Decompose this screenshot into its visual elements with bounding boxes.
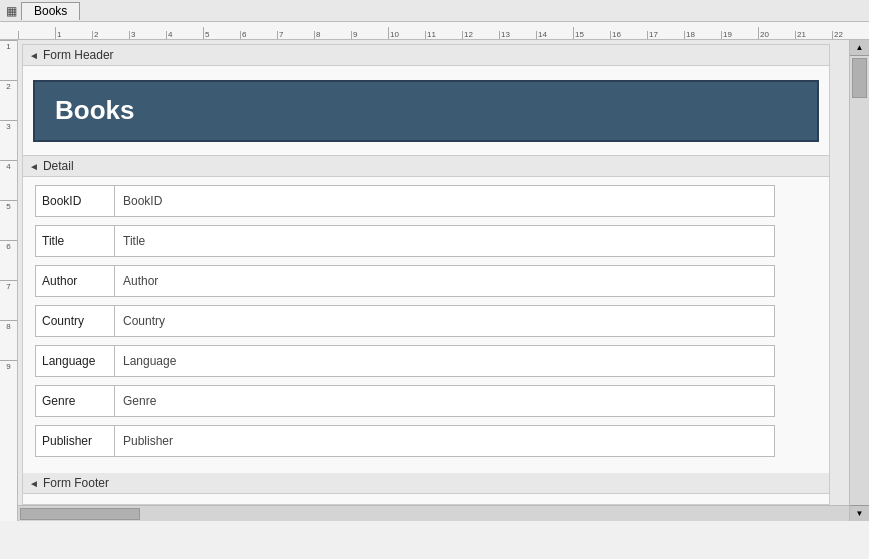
books-tab[interactable]: Books bbox=[21, 2, 80, 20]
v-ruler-tick: 3 bbox=[0, 120, 17, 160]
ruler-tick: 13 bbox=[499, 31, 536, 39]
field-label-language: Language bbox=[35, 345, 115, 377]
form-title-box: Books bbox=[33, 80, 819, 142]
h-ruler: 1 2 3 4 5 6 7 8 9 10 11 12 13 14 15 16 1… bbox=[0, 22, 869, 40]
ruler-tick: 11 bbox=[425, 31, 462, 39]
field-input-author[interactable]: Author bbox=[115, 265, 775, 297]
h-scrollbar[interactable] bbox=[18, 505, 849, 521]
field-label-country: Country bbox=[35, 305, 115, 337]
v-ruler-tick: 6 bbox=[0, 240, 17, 280]
detail-content: BookIDBookIDTitleTitleAuthorAuthorCountr… bbox=[23, 177, 829, 473]
ruler-tick: 2 bbox=[92, 31, 129, 39]
ruler-tick: 14 bbox=[536, 31, 573, 39]
ruler-tick: 22 bbox=[832, 31, 869, 39]
form-footer-label: Form Footer bbox=[43, 476, 109, 490]
v-ruler-tick: 9 bbox=[0, 360, 17, 400]
ruler-tick: 16 bbox=[610, 31, 647, 39]
form-header-content: Books bbox=[23, 66, 829, 156]
ruler-tick: 18 bbox=[684, 31, 721, 39]
ruler-tick: 21 bbox=[795, 31, 832, 39]
main-area: 1 2 3 4 5 6 7 8 9 ◄ Form Header Books ◄ … bbox=[0, 40, 869, 521]
v-ruler: 1 2 3 4 5 6 7 8 9 bbox=[0, 40, 18, 521]
field-row: AuthorAuthor bbox=[35, 265, 817, 297]
v-ruler-tick: 1 bbox=[0, 40, 17, 80]
v-ruler-tick: 7 bbox=[0, 280, 17, 320]
form-header-section-bar: ◄ Form Header bbox=[23, 45, 829, 66]
field-input-title[interactable]: Title bbox=[115, 225, 775, 257]
form-footer-arrow-icon: ◄ bbox=[29, 478, 39, 489]
ruler-tick: 7 bbox=[277, 31, 314, 39]
v-scrollbar[interactable]: ▲ ▼ bbox=[849, 40, 869, 521]
field-row: LanguageLanguage bbox=[35, 345, 817, 377]
ruler-tick: 12 bbox=[462, 31, 499, 39]
detail-label: Detail bbox=[43, 159, 74, 173]
ruler-tick: 9 bbox=[351, 31, 388, 39]
field-input-bookid[interactable]: BookID bbox=[115, 185, 775, 217]
v-ruler-tick: 8 bbox=[0, 320, 17, 360]
ruler-tick: 5 bbox=[203, 27, 240, 39]
field-label-publisher: Publisher bbox=[35, 425, 115, 457]
scrollbar-up-button[interactable]: ▲ bbox=[850, 40, 869, 56]
field-label-genre: Genre bbox=[35, 385, 115, 417]
ruler-tick: 19 bbox=[721, 31, 758, 39]
field-row: PublisherPublisher bbox=[35, 425, 817, 457]
field-row: GenreGenre bbox=[35, 385, 817, 417]
field-row: CountryCountry bbox=[35, 305, 817, 337]
field-label-bookid: BookID bbox=[35, 185, 115, 217]
v-ruler-tick: 5 bbox=[0, 200, 17, 240]
fields-container: BookIDBookIDTitleTitleAuthorAuthorCountr… bbox=[35, 185, 817, 457]
scrollbar-track bbox=[850, 56, 869, 505]
field-row: TitleTitle bbox=[35, 225, 817, 257]
title-bar: ▦ Books bbox=[0, 0, 869, 22]
field-label-title: Title bbox=[35, 225, 115, 257]
detail-arrow-icon: ◄ bbox=[29, 161, 39, 172]
field-input-language[interactable]: Language bbox=[115, 345, 775, 377]
ruler-tick: 15 bbox=[573, 27, 610, 39]
ruler-tick: 8 bbox=[314, 31, 351, 39]
ruler-tick: 3 bbox=[129, 31, 166, 39]
content-area: ◄ Form Header Books ◄ Detail BookIDBookI… bbox=[18, 40, 849, 521]
scrollbar-thumb[interactable] bbox=[852, 58, 867, 98]
tab-label: Books bbox=[34, 4, 67, 18]
form-title-text: Books bbox=[55, 95, 134, 126]
scrollbar-down-button[interactable]: ▼ bbox=[850, 505, 869, 521]
ruler-tick: 10 bbox=[388, 27, 425, 39]
form-footer-content bbox=[23, 494, 829, 504]
ruler-tick: 17 bbox=[647, 31, 684, 39]
h-scrollbar-thumb[interactable] bbox=[20, 508, 140, 520]
app-icon: ▦ bbox=[6, 4, 17, 18]
form-header-arrow-icon: ◄ bbox=[29, 50, 39, 61]
field-input-genre[interactable]: Genre bbox=[115, 385, 775, 417]
v-ruler-tick: 4 bbox=[0, 160, 17, 200]
ruler-tick: 4 bbox=[166, 31, 203, 39]
ruler-tick: 20 bbox=[758, 27, 795, 39]
field-input-country[interactable]: Country bbox=[115, 305, 775, 337]
form-header-label: Form Header bbox=[43, 48, 114, 62]
ruler-tick bbox=[18, 31, 55, 39]
v-ruler-tick: 2 bbox=[0, 80, 17, 120]
field-row: BookIDBookID bbox=[35, 185, 817, 217]
detail-section-bar: ◄ Detail bbox=[23, 156, 829, 177]
field-label-author: Author bbox=[35, 265, 115, 297]
ruler-tick: 6 bbox=[240, 31, 277, 39]
form-footer-section-bar: ◄ Form Footer bbox=[23, 473, 829, 494]
ruler-tick: 1 bbox=[55, 27, 92, 39]
field-input-publisher[interactable]: Publisher bbox=[115, 425, 775, 457]
form-canvas: ◄ Form Header Books ◄ Detail BookIDBookI… bbox=[22, 44, 830, 505]
